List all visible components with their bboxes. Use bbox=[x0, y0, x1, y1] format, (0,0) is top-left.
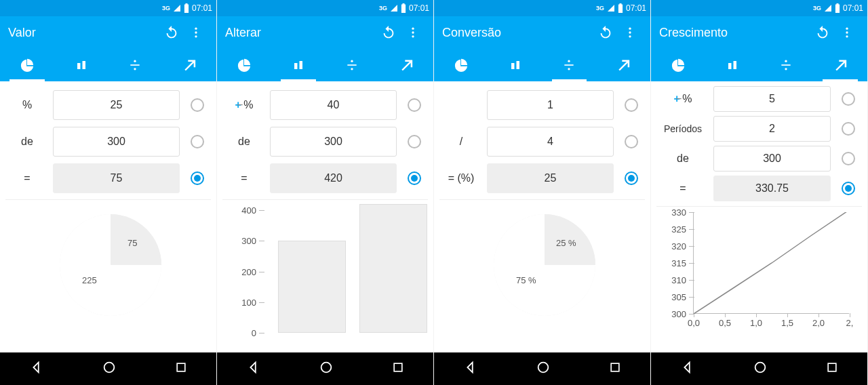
network-indicator: 3G bbox=[813, 5, 821, 12]
row-radio[interactable] bbox=[835, 182, 862, 195]
content-area: 1 / 4 = (%) 25 25 % 75 % bbox=[434, 81, 650, 352]
tab-arrow[interactable] bbox=[162, 49, 216, 81]
value-input[interactable]: 300 bbox=[270, 127, 397, 157]
tab-arrow[interactable] bbox=[596, 49, 650, 81]
value-input[interactable]: 300 bbox=[713, 146, 831, 171]
nav-home-button[interactable] bbox=[319, 360, 334, 378]
tab-bar-chart[interactable] bbox=[54, 49, 108, 81]
row-label: / bbox=[439, 136, 483, 148]
row-radio[interactable] bbox=[401, 171, 428, 185]
value-input[interactable]: 5 bbox=[713, 86, 831, 112]
page-title: Alterar bbox=[225, 26, 376, 40]
nav-bar bbox=[651, 352, 867, 385]
tab-divide[interactable] bbox=[326, 49, 380, 81]
nav-recent-button[interactable] bbox=[825, 361, 839, 377]
value-input[interactable]: 40 bbox=[270, 90, 397, 120]
status-bar: 3G 07:01 bbox=[651, 0, 867, 16]
row-radio[interactable] bbox=[618, 135, 645, 148]
undo-button[interactable] bbox=[376, 16, 401, 49]
nav-back-button[interactable] bbox=[680, 360, 695, 378]
tab-bar-chart[interactable] bbox=[271, 49, 326, 81]
overflow-menu-button[interactable] bbox=[835, 16, 859, 49]
overflow-menu-button[interactable] bbox=[184, 16, 208, 49]
svg-point-2 bbox=[195, 35, 197, 37]
nav-recent-button[interactable] bbox=[608, 361, 622, 377]
status-bar: 3G 07:01 bbox=[217, 0, 433, 16]
svg-point-8 bbox=[104, 363, 114, 373]
result-output: 420 bbox=[270, 163, 397, 193]
value-input[interactable]: 300 bbox=[53, 127, 180, 157]
input-row-1: % 25 bbox=[5, 87, 211, 123]
tab-divide[interactable] bbox=[108, 49, 163, 81]
input-row-2: de 300 bbox=[5, 123, 211, 160]
value-input[interactable]: 25 bbox=[53, 90, 180, 120]
result-row: = 330.75 bbox=[656, 174, 862, 203]
pie-slice-label: 225 bbox=[82, 275, 97, 285]
result-output: 25 bbox=[487, 163, 614, 193]
svg-point-15 bbox=[351, 60, 353, 62]
tab-bar-chart[interactable] bbox=[705, 49, 760, 81]
svg-rect-33 bbox=[728, 63, 732, 69]
undo-button[interactable] bbox=[593, 16, 618, 49]
svg-rect-13 bbox=[294, 63, 298, 69]
tab-bar bbox=[217, 49, 433, 81]
undo-button[interactable] bbox=[159, 16, 184, 49]
battery-icon bbox=[618, 3, 623, 13]
row-radio[interactable] bbox=[184, 171, 211, 185]
row-radio[interactable] bbox=[835, 122, 862, 136]
row-label: de bbox=[5, 136, 49, 148]
value-input[interactable]: 4 bbox=[487, 127, 614, 157]
pane-crescimento: 3G 07:01 Crescimento +−% 5 Períodos 2 de… bbox=[651, 0, 868, 385]
nav-home-button[interactable] bbox=[753, 360, 768, 378]
row-label: Períodos bbox=[656, 123, 709, 134]
signal-icon bbox=[607, 4, 615, 12]
input-row-1: +−% 5 bbox=[656, 84, 862, 114]
overflow-menu-button[interactable] bbox=[618, 16, 642, 49]
result-row: = 420 bbox=[222, 160, 428, 197]
row-label: % bbox=[5, 99, 49, 111]
nav-back-button[interactable] bbox=[29, 360, 44, 378]
svg-point-20 bbox=[629, 28, 631, 30]
tab-divide[interactable] bbox=[760, 49, 814, 81]
row-label: +−% bbox=[222, 99, 266, 111]
row-radio[interactable] bbox=[184, 135, 211, 148]
nav-back-button[interactable] bbox=[463, 360, 478, 378]
svg-point-32 bbox=[846, 35, 848, 37]
overflow-menu-button[interactable] bbox=[401, 16, 425, 49]
svg-point-21 bbox=[629, 31, 631, 33]
tab-bar-chart[interactable] bbox=[488, 49, 542, 81]
tab-divide[interactable] bbox=[542, 49, 597, 81]
value-input[interactable]: 1 bbox=[487, 90, 614, 120]
divider bbox=[439, 199, 645, 200]
tab-pie[interactable] bbox=[217, 49, 271, 81]
value-input[interactable]: 2 bbox=[713, 116, 831, 142]
row-radio[interactable] bbox=[618, 98, 645, 112]
tab-arrow[interactable] bbox=[379, 49, 433, 81]
nav-back-button[interactable] bbox=[246, 360, 261, 378]
tab-arrow[interactable] bbox=[813, 49, 867, 81]
row-radio[interactable] bbox=[618, 171, 645, 185]
row-radio[interactable] bbox=[835, 92, 862, 106]
row-radio[interactable] bbox=[184, 98, 211, 112]
row-radio[interactable] bbox=[835, 152, 862, 165]
svg-rect-16 bbox=[348, 64, 357, 66]
tab-pie[interactable] bbox=[651, 49, 705, 81]
nav-home-button[interactable] bbox=[536, 360, 551, 378]
tab-pie[interactable] bbox=[0, 49, 54, 81]
svg-point-0 bbox=[195, 28, 197, 30]
nav-recent-button[interactable] bbox=[391, 361, 405, 377]
svg-point-28 bbox=[538, 363, 548, 373]
nav-home-button[interactable] bbox=[102, 360, 117, 378]
svg-rect-36 bbox=[782, 64, 791, 66]
tab-pie[interactable] bbox=[434, 49, 488, 81]
pie-slice-label: 75 bbox=[127, 238, 137, 248]
row-label: = bbox=[222, 172, 266, 184]
undo-button[interactable] bbox=[810, 16, 835, 49]
row-radio[interactable] bbox=[401, 135, 428, 148]
input-row-1: +−% 40 bbox=[222, 87, 428, 123]
pie-slice-label: 25 % bbox=[556, 238, 576, 248]
input-row-1: 1 bbox=[439, 87, 645, 123]
nav-recent-button[interactable] bbox=[174, 361, 188, 377]
divider bbox=[5, 199, 211, 200]
row-radio[interactable] bbox=[401, 98, 428, 112]
